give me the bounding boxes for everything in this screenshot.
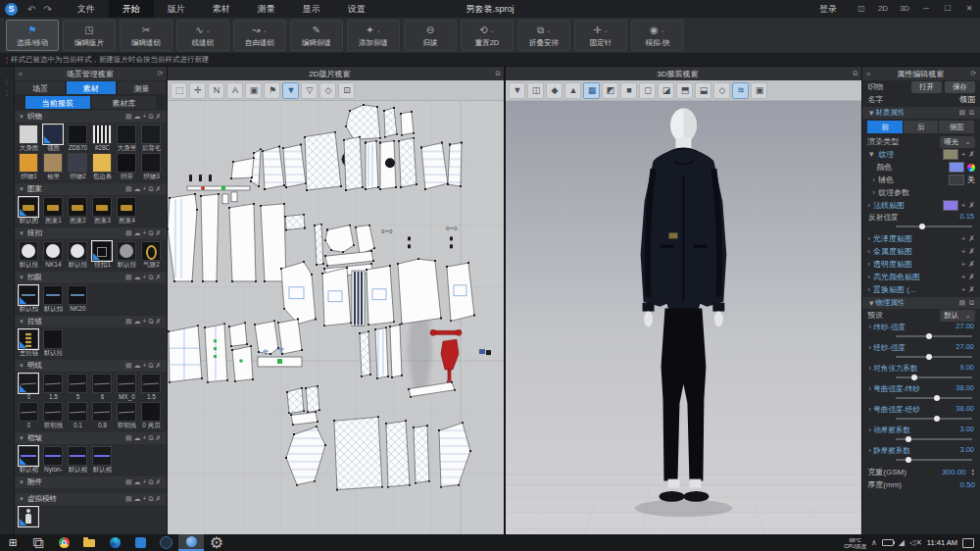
material-item[interactable]: 0 拷贝 <box>140 402 163 429</box>
cloud-icon[interactable]: ☁ <box>134 185 143 192</box>
delete-icon[interactable]: ✗ <box>156 229 164 236</box>
cloud-icon[interactable]: ☁ <box>134 318 143 325</box>
material-thumbnail[interactable] <box>68 125 87 144</box>
delete-icon[interactable]: ✗ <box>156 434 164 441</box>
material-thumbnail[interactable] <box>43 446 63 466</box>
material-thumbnail[interactable] <box>117 153 136 173</box>
gsm-stepper[interactable]: ▲▼ <box>971 469 975 476</box>
material-thumbnail[interactable] <box>117 241 136 261</box>
garment-outline-icon[interactable]: ▽ <box>301 82 318 99</box>
material-item[interactable]: 默认扣 <box>42 285 65 313</box>
dropdown-arrow-icon[interactable]: ⌄ <box>206 26 211 33</box>
chevron-right-icon[interactable]: › <box>868 323 871 331</box>
material-item[interactable]: 气眼2 <box>140 241 163 269</box>
fit-view-icon[interactable]: ⬒ <box>676 82 693 99</box>
material-item[interactable]: #28C <box>91 125 114 152</box>
volume-muted-icon[interactable]: ◁✕ <box>909 538 922 547</box>
move-pattern-icon[interactable]: ✛ <box>189 82 206 99</box>
close-button[interactable]: ✕ <box>958 0 980 18</box>
file-explorer-icon[interactable] <box>76 534 102 551</box>
cloud-icon[interactable]: ☁ <box>134 274 143 280</box>
redo-icon[interactable]: ↷ <box>43 4 51 15</box>
material-subtab[interactable]: 素材库 <box>92 96 157 109</box>
chevron-right-icon[interactable]: › <box>868 405 871 414</box>
chevron-down-icon[interactable]: ▼ <box>867 109 875 118</box>
material-thumbnail[interactable] <box>43 374 63 393</box>
slider-knob[interactable] <box>934 416 940 422</box>
material-item[interactable]: 图案3 <box>91 197 114 225</box>
material-thumbnail[interactable] <box>19 285 38 305</box>
material-thumbnail[interactable] <box>141 402 161 422</box>
cloud-icon[interactable]: ☁ <box>134 229 143 236</box>
chevron-right-icon[interactable]: › <box>868 343 871 352</box>
material-item[interactable]: 图案2 <box>67 197 89 225</box>
material-thumbnail[interactable] <box>92 446 112 466</box>
scene-tab[interactable]: 场景 <box>16 81 65 94</box>
folder-icon[interactable]: ▤ <box>125 495 134 502</box>
material-thumbnail[interactable] <box>43 329 63 349</box>
folder-icon[interactable]: ▤ <box>125 113 134 120</box>
material-item[interactable]: 默认纽 <box>67 241 89 269</box>
physics-slider[interactable]: › 静摩擦系数 3.00 <box>862 445 980 466</box>
app-logo-icon[interactable]: S <box>5 3 18 16</box>
material-thumbnail[interactable] <box>92 197 112 217</box>
app-blue-icon[interactable] <box>127 534 153 551</box>
physics-slider[interactable]: › 对角张力系数 9.00 <box>862 363 980 383</box>
dropdown-arrow-icon[interactable]: ⌄ <box>604 26 609 33</box>
menu-item[interactable]: 测量 <box>244 0 289 18</box>
app-dark-icon[interactable] <box>153 534 178 551</box>
side-tab[interactable]: 侧面 <box>939 121 974 133</box>
name-value[interactable]: 领面 <box>959 94 975 105</box>
material-item[interactable] <box>18 507 40 526</box>
material-item[interactable]: 包边条 <box>91 153 114 180</box>
delete-icon[interactable]: ✗ <box>156 318 164 325</box>
material-thumbnail[interactable] <box>117 197 136 217</box>
material-item[interactable]: 0 <box>18 402 40 429</box>
material-thumbnail[interactable] <box>117 402 136 422</box>
dropdown-arrow-icon[interactable]: ⌄ <box>263 26 268 33</box>
section-header[interactable]: ▼ 虚拟模特 ▤☁+⧉✗ <box>15 493 168 505</box>
material-item[interactable]: 袖里 <box>42 153 65 180</box>
open-button[interactable]: 打开 <box>911 81 942 93</box>
task-view-button[interactable]: ⧉ <box>25 534 51 551</box>
material-item[interactable]: 1.5 <box>42 374 65 401</box>
cpu-temp-widget[interactable]: 68°C CPU温度 <box>844 537 866 549</box>
chevron-right-icon[interactable]: › <box>868 364 871 373</box>
menu-item[interactable]: 显示 <box>289 0 334 18</box>
material-thumbnail[interactable] <box>19 153 38 173</box>
section-header[interactable]: ▼ 图案 ▤☁+⧉✗ <box>15 183 168 195</box>
material-thumbnail[interactable] <box>19 402 38 422</box>
ribbon-button[interactable]: ∿⌄ 线缝纫 <box>176 20 229 51</box>
network-icon[interactable]: ◢ <box>899 538 905 547</box>
delete-icon[interactable]: ✗ <box>968 285 975 294</box>
material-item[interactable]: 织物2 <box>67 153 89 180</box>
material-item[interactable]: NK14 <box>42 241 65 269</box>
material-item[interactable]: 0 <box>18 374 40 401</box>
battery-icon[interactable] <box>882 539 894 546</box>
copy-icon[interactable]: ⧉ <box>149 185 156 192</box>
material-thumbnail[interactable] <box>19 125 38 144</box>
view-2d-button[interactable]: 2D <box>872 0 894 18</box>
ribbon-button[interactable]: ◉⌄ 模拟-快 <box>631 20 684 51</box>
material-thumbnail[interactable] <box>92 402 112 422</box>
scene-tab[interactable]: 测量 <box>118 81 167 94</box>
cloud-icon[interactable]: ☁ <box>134 434 143 441</box>
folder-icon[interactable]: ▤ <box>125 229 134 236</box>
physics-slider[interactable]: › 弯曲强度-经纱 38.00 <box>862 404 980 425</box>
chevron-down-icon[interactable]: ▼ <box>867 150 875 159</box>
ribbon-button[interactable]: ⚑ 选择/移动 <box>6 20 59 51</box>
annotate-a-icon[interactable]: A <box>226 82 243 99</box>
section-header[interactable]: ▼ 扣眼 ▤☁+⧉✗ <box>15 272 168 283</box>
material-item[interactable]: 6 <box>91 374 114 401</box>
material-thumbnail[interactable] <box>117 374 136 393</box>
color-swatch[interactable] <box>949 162 964 173</box>
material-thumbnail[interactable] <box>19 241 38 261</box>
avatar-pose-icon[interactable]: ◆ <box>546 82 563 99</box>
ribbon-button[interactable]: ✎ 编辑假缝 <box>290 20 343 51</box>
copy-icon[interactable]: ⧉ <box>149 434 156 441</box>
section-header[interactable]: ▼ 织物 ▤☁+⧉✗ <box>15 111 168 123</box>
physics-slider[interactable]: › 动摩擦系数 3.00 <box>862 425 980 445</box>
delete-icon[interactable]: ✗ <box>968 234 975 243</box>
chevron-right-icon[interactable]: › <box>867 247 870 256</box>
popout-icon[interactable]: ⧉ <box>849 70 861 77</box>
